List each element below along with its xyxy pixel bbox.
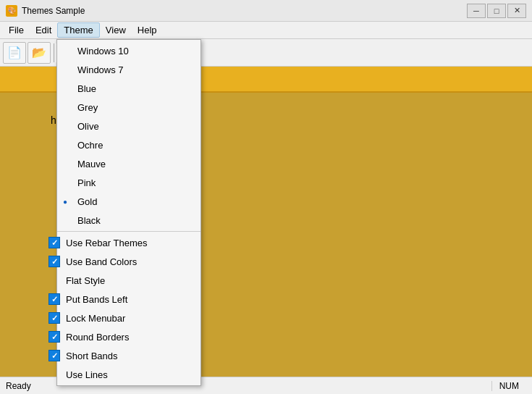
menu-edit[interactable]: Edit	[30, 23, 57, 37]
theme-grey[interactable]: Grey	[57, 98, 200, 117]
option-short-bands[interactable]: Short Bands	[57, 346, 200, 365]
num-indicator: NUM	[491, 381, 526, 391]
toolbar-open-btn[interactable]: 📂	[28, 42, 51, 64]
window-title: Themes Sample	[22, 6, 467, 16]
theme-blue[interactable]: Blue	[57, 79, 200, 98]
menu-separator	[57, 231, 200, 232]
maximize-button[interactable]: □	[487, 4, 506, 18]
app-window: 🎨 Themes Sample ─ □ ✕ File Edit Theme Vi…	[0, 0, 532, 394]
checkbox-lock-menubar	[48, 312, 60, 324]
toolbar-new-btn[interactable]: 📄	[3, 42, 26, 64]
theme-windows7[interactable]: Windows 7	[57, 60, 200, 79]
checkbox-use-band-colors	[48, 256, 60, 267]
menu-view[interactable]: View	[100, 23, 132, 37]
menu-file[interactable]: File	[3, 23, 30, 37]
menu-theme[interactable]: Theme	[57, 22, 99, 38]
option-round-borders[interactable]: Round Borders	[57, 327, 200, 346]
option-use-lines[interactable]: Use Lines	[57, 365, 200, 384]
theme-olive[interactable]: Olive	[57, 117, 200, 135]
title-bar: 🎨 Themes Sample ─ □ ✕	[0, 0, 532, 22]
app-icon: 🎨	[6, 5, 17, 17]
option-lock-menubar[interactable]: Lock Menubar	[57, 309, 200, 327]
theme-mauve[interactable]: Mauve	[57, 154, 200, 173]
option-flat-style[interactable]: Flat Style	[57, 271, 200, 290]
radio-icon-windows10: ●	[63, 47, 67, 55]
checkbox-use-lines	[48, 369, 60, 380]
close-button[interactable]: ✕	[507, 4, 526, 18]
minimize-button[interactable]: ─	[467, 4, 486, 18]
checkbox-put-bands-left	[48, 293, 60, 305]
option-put-bands-left[interactable]: Put Bands Left	[57, 290, 200, 309]
option-use-rebar-themes[interactable]: Use Rebar Themes	[57, 233, 200, 252]
checkbox-round-borders	[48, 331, 60, 343]
menu-help[interactable]: Help	[132, 23, 163, 37]
window-controls: ─ □ ✕	[467, 4, 526, 18]
checkbox-use-rebar-themes	[48, 237, 60, 248]
theme-gold[interactable]: Gold	[57, 192, 200, 211]
checkbox-flat-style	[48, 274, 60, 286]
option-use-band-colors[interactable]: Use Band Colors	[57, 252, 200, 271]
checkbox-short-bands	[48, 350, 60, 361]
theme-windows10[interactable]: ● Windows 10	[57, 41, 200, 60]
theme-black[interactable]: Black	[57, 211, 200, 230]
theme-pink[interactable]: Pink	[57, 173, 200, 192]
menu-bar: File Edit Theme View Help	[0, 22, 532, 39]
theme-dropdown: ● Windows 10 Windows 7 Blue Grey Olive O…	[56, 39, 201, 386]
theme-ochre[interactable]: Ochre	[57, 135, 200, 154]
